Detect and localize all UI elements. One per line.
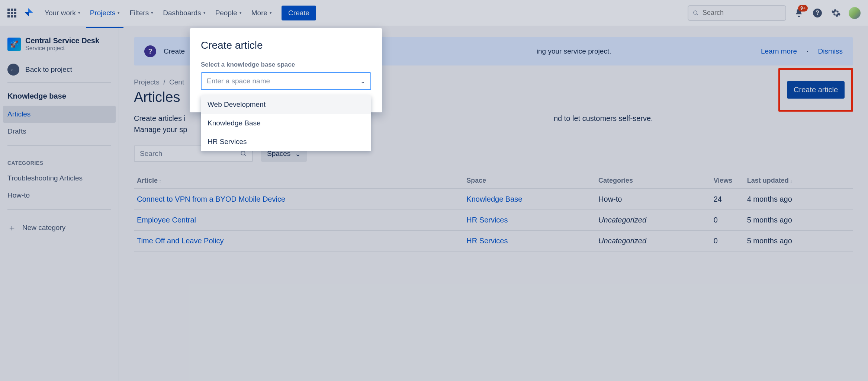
space-option[interactable]: Knowledge Base — [201, 114, 371, 132]
space-select-label: Select a knowledge base space — [201, 61, 371, 68]
create-article-modal: Create article Select a knowledge base s… — [190, 28, 382, 112]
modal-title: Create article — [201, 39, 371, 51]
space-dropdown: Web Development Knowledge Base HR Servic… — [201, 95, 371, 151]
chevron-down-icon: ⌄ — [360, 78, 365, 85]
space-combobox[interactable]: ⌄ — [201, 72, 371, 90]
space-input[interactable] — [207, 77, 360, 85]
space-option[interactable]: HR Services — [201, 132, 371, 151]
space-option[interactable]: Web Development — [201, 95, 371, 114]
modal-scrim[interactable] — [0, 0, 868, 381]
